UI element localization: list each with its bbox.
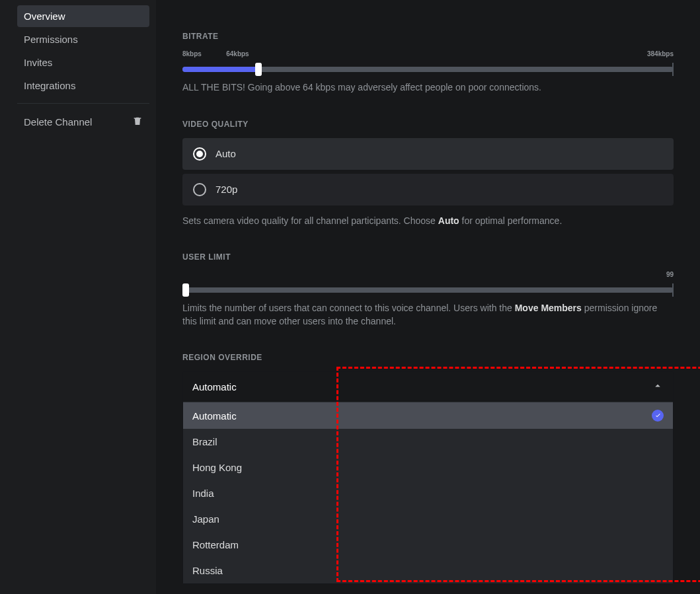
bitrate-slider-thumb[interactable]	[255, 63, 262, 76]
video-quality-option-720p[interactable]: 720p	[182, 174, 674, 205]
region-override-options: AutomaticBrazilHong KongIndiaJapanRotter…	[183, 402, 673, 583]
sidebar-item-overview[interactable]: Overview	[17, 5, 149, 27]
radio-label: Auto	[215, 148, 236, 159]
radio-icon	[193, 147, 206, 161]
bitrate-description: ALL THE BITS! Going above 64 kbps may ad…	[182, 81, 674, 94]
region-option-label: Rotterdam	[192, 539, 239, 550]
bitrate-max-label: 384kbps	[647, 50, 674, 57]
region-override-select: Automatic AutomaticBrazilHong KongIndiaJ…	[182, 371, 674, 584]
user-limit-slider-thumb[interactable]	[182, 283, 189, 297]
bitrate-section: BITRATE 8kbps 64kbps 384kbps ALL THE BIT…	[182, 32, 674, 94]
bitrate-mid-label: 64kbps	[226, 50, 249, 57]
region-option-label: Japan	[192, 513, 219, 525]
bitrate-slider[interactable]	[182, 67, 674, 72]
region-current-label: Automatic	[192, 381, 237, 392]
region-option-label: Brazil	[192, 436, 217, 447]
delete-channel-label: Delete Channel	[24, 116, 92, 128]
sidebar-item-integrations[interactable]: Integrations	[17, 75, 149, 96]
settings-content: BITRATE 8kbps 64kbps 384kbps ALL THE BIT…	[156, 0, 700, 594]
radio-label: 720p	[215, 184, 237, 195]
bitrate-min-label: 8kbps	[182, 50, 202, 57]
user-limit-description: Limits the number of users that can conn…	[182, 302, 674, 328]
delete-channel-button[interactable]: Delete Channel	[17, 110, 149, 133]
video-quality-section: VIDEO QUALITY Auto720p Sets camera video…	[182, 120, 674, 228]
trash-icon	[132, 116, 143, 128]
region-option-russia[interactable]: Russia	[183, 558, 673, 583]
region-option-japan[interactable]: Japan	[183, 506, 673, 532]
region-option-label: Hong Kong	[192, 462, 242, 473]
radio-icon	[193, 183, 206, 196]
sidebar-item-permissions[interactable]: Permissions	[17, 28, 149, 50]
region-option-label: Russia	[192, 565, 223, 576]
region-option-label: India	[192, 488, 214, 499]
user-limit-header: USER LIMIT	[182, 252, 674, 262]
video-quality-header: VIDEO QUALITY	[182, 120, 674, 129]
bitrate-slider-end-tick	[672, 63, 674, 76]
bitrate-slider-fill	[182, 67, 258, 72]
region-override-current[interactable]: Automatic	[183, 372, 673, 402]
region-override-section: REGION OVERRIDE Automatic AutomaticBrazi…	[182, 353, 674, 584]
region-option-label: Automatic	[192, 410, 237, 422]
region-option-india[interactable]: India	[183, 480, 673, 506]
region-override-header: REGION OVERRIDE	[182, 353, 674, 362]
user-limit-max-label: 99	[666, 271, 674, 278]
sidebar-item-invites[interactable]: Invites	[17, 52, 149, 73]
video-quality-option-auto[interactable]: Auto	[182, 138, 674, 170]
bitrate-header: BITRATE	[182, 32, 674, 41]
sidebar-divider	[17, 103, 149, 104]
video-quality-description: Sets camera video quality for all channe…	[182, 215, 674, 228]
user-limit-slider-end-tick	[672, 283, 674, 297]
region-option-rotterdam[interactable]: Rotterdam	[183, 532, 673, 558]
user-limit-section: USER LIMIT ∞ 99 Limits the number of use…	[182, 252, 674, 328]
region-option-hong-kong[interactable]: Hong Kong	[183, 455, 673, 480]
region-option-automatic[interactable]: Automatic	[183, 402, 673, 429]
chevron-up-icon	[652, 380, 664, 394]
region-option-brazil[interactable]: Brazil	[183, 429, 673, 455]
user-limit-slider[interactable]	[182, 287, 674, 293]
check-icon	[652, 410, 664, 422]
settings-sidebar: OverviewPermissionsInvitesIntegrations D…	[0, 0, 156, 594]
